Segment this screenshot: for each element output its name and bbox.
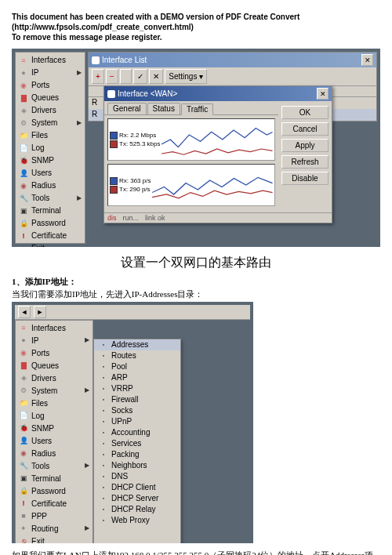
menu-radius[interactable]: Radius: [16, 180, 85, 192]
menu-terminal[interactable]: Terminal: [16, 473, 93, 485]
menu-snmp[interactable]: SNMP: [16, 154, 85, 167]
disable-button[interactable]: ✕: [149, 69, 163, 84]
refresh-button[interactable]: Refresh: [281, 155, 328, 169]
submenu-packing[interactable]: Packing: [94, 449, 180, 460]
submenu-dhcp-server[interactable]: DHCP Server: [94, 493, 180, 504]
submenu-upnp[interactable]: UPnP: [94, 416, 180, 427]
submenu-services[interactable]: Services: [94, 438, 180, 449]
demo-line3: To remove this message please register.: [12, 32, 380, 42]
menu-log[interactable]: Log: [16, 142, 85, 154]
submenu-arp[interactable]: ARP: [94, 372, 180, 383]
apply-button[interactable]: Apply: [281, 139, 328, 152]
submenu-dns[interactable]: DNS: [94, 471, 180, 482]
ic-exit-icon: [19, 244, 28, 247]
tab-traffic[interactable]: Traffic: [181, 103, 213, 115]
settings-button[interactable]: Settings ▾: [165, 69, 207, 84]
demo-notice: This document has been created with a DE…: [12, 12, 380, 42]
menu-routing[interactable]: Routing▶: [16, 523, 93, 535]
tab-general[interactable]: General: [107, 103, 147, 114]
menu-ports[interactable]: Ports: [16, 79, 85, 92]
submenu-vrrp[interactable]: VRRP: [94, 383, 180, 394]
menu-files[interactable]: Files: [16, 397, 93, 410]
submenu-neighbors[interactable]: Neighbors: [94, 460, 180, 471]
menu-snmp[interactable]: SNMP: [16, 423, 93, 435]
rx-bw-label: Rx: 2.2 Mbps: [119, 132, 156, 139]
close-icon[interactable]: ✕: [317, 88, 328, 100]
forward-button[interactable]: ►: [34, 306, 46, 318]
submenu-dhcp-relay[interactable]: DHCP Relay: [94, 504, 180, 515]
menu-users[interactable]: Users: [16, 167, 85, 180]
submenu-addresses[interactable]: Addresses: [94, 339, 180, 350]
submenu-firewall[interactable]: Firewall: [94, 394, 180, 405]
ip-submenu: AddressesRoutesPoolARPVRRPFirewallSocksU…: [93, 339, 181, 543]
menu-ppp[interactable]: PPP: [16, 510, 93, 523]
tab-status[interactable]: Status: [147, 103, 180, 114]
menu-system[interactable]: System▶: [16, 385, 93, 397]
submenu-routes[interactable]: Routes: [94, 350, 180, 361]
submenu-pool[interactable]: Pool: [94, 361, 180, 372]
menu-certificate[interactable]: Certificate: [16, 498, 93, 510]
menu-queues[interactable]: Queues: [16, 360, 93, 372]
menu-system[interactable]: System▶: [16, 117, 85, 129]
ic-interfaces-icon: [19, 324, 28, 333]
section-heading: 设置一个双网口的基本路由: [12, 255, 380, 271]
blank-button[interactable]: [120, 69, 132, 84]
menu-radius[interactable]: Radius: [16, 448, 93, 460]
menu-tools[interactable]: Tools▶: [16, 192, 85, 205]
menu-interfaces[interactable]: Interfaces: [16, 322, 93, 335]
cancel-button[interactable]: Cancel: [281, 122, 328, 136]
menu-drivers[interactable]: Drivers: [16, 104, 85, 117]
menu-ip[interactable]: IP▶: [16, 335, 93, 347]
interface-list-titlebar[interactable]: Interface List ✕: [89, 53, 376, 67]
submenu-socks[interactable]: Socks: [94, 405, 180, 416]
ic-ports-icon: [19, 81, 28, 90]
back-button[interactable]: ◄: [18, 306, 31, 318]
wan-titlebar[interactable]: Interface <WAN> ✕: [104, 86, 332, 101]
close-icon[interactable]: ✕: [361, 54, 373, 66]
menu-log[interactable]: Log: [16, 410, 93, 423]
bullet-icon: [99, 428, 108, 437]
menu-ports[interactable]: Ports: [16, 347, 93, 360]
tx-bw-label: Tx: 525.3 kbps: [119, 140, 160, 147]
disable-button[interactable]: Disable: [281, 172, 328, 185]
bullet-icon: [99, 362, 108, 372]
window-icon: [107, 90, 115, 98]
chevron-right-icon: ▶: [77, 118, 82, 129]
menu-drivers[interactable]: Drivers: [16, 372, 93, 385]
submenu-accounting[interactable]: Accounting: [94, 427, 180, 438]
menu-password[interactable]: Password: [16, 217, 85, 230]
menu-files[interactable]: Files: [16, 129, 85, 142]
ic-users-icon: [19, 169, 28, 178]
menu-terminal[interactable]: Terminal: [16, 205, 85, 217]
menu-password[interactable]: Password: [16, 485, 93, 498]
menu-certificate[interactable]: Certificate: [16, 230, 85, 242]
status-link: link ok: [145, 214, 165, 222]
menu-exit[interactable]: Exit: [16, 242, 85, 247]
ic-password-icon: [19, 487, 28, 496]
ic-radius-icon: [19, 181, 28, 190]
tx-legend-icon: [110, 186, 118, 194]
remove-button[interactable]: −: [106, 69, 118, 84]
ok-button[interactable]: OK: [281, 106, 328, 119]
bullet-icon: [99, 516, 108, 525]
menu-tools[interactable]: Tools▶: [16, 460, 93, 473]
chevron-right-icon: ▶: [85, 336, 89, 346]
submenu-dhcp-client[interactable]: DHCP Client: [94, 482, 180, 493]
menu-interfaces[interactable]: Interfaces: [16, 54, 85, 67]
rx-pps-label: Rx: 363 p/s: [119, 177, 151, 184]
add-button[interactable]: +: [92, 69, 104, 84]
ic-drivers-icon: [19, 374, 28, 383]
enable-button[interactable]: ✓: [133, 69, 147, 84]
bottom-text: 如果我们要在LAN口上添加192.168.0.1/255.255.255.0（子…: [12, 550, 380, 555]
status-dis: dis: [107, 214, 117, 222]
demo-line1: This document has been created with a DE…: [12, 12, 380, 22]
submenu-web-proxy[interactable]: Web Proxy: [94, 515, 180, 526]
step1-title: 1、添加IP地址：: [12, 276, 380, 287]
menu-queues[interactable]: Queues: [16, 92, 85, 104]
menu-users[interactable]: Users: [16, 435, 93, 448]
ic-ip-icon: [19, 336, 28, 346]
chevron-right-icon: ▶: [77, 68, 82, 78]
ic-drivers-icon: [19, 106, 28, 115]
menu-ip[interactable]: IP▶: [16, 67, 85, 79]
menu-exit[interactable]: Exit: [16, 535, 93, 543]
